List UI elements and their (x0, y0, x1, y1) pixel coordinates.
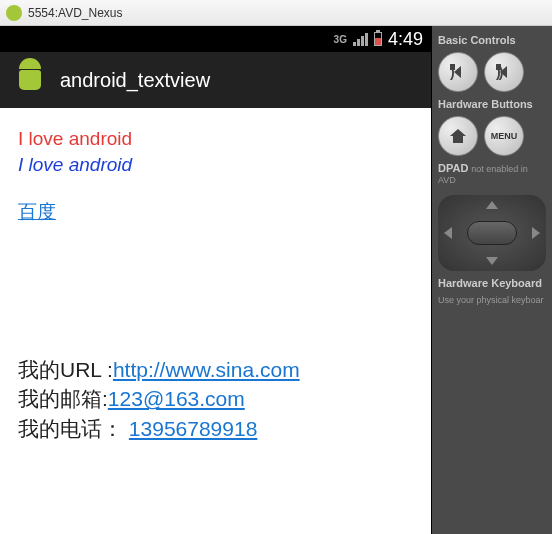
hardware-buttons-label: Hardware Buttons (438, 98, 546, 110)
volume-up-button[interactable] (484, 52, 524, 92)
status-bar: 3G 4:49 (0, 26, 431, 52)
app-bar: android_textview (0, 52, 431, 108)
android-logo-icon (6, 5, 22, 21)
phone-link[interactable]: 13956789918 (129, 417, 257, 440)
dpad-label: DPAD (438, 162, 468, 174)
hw-keyboard-label: Hardware Keyboard (438, 277, 546, 289)
email-row: 我的邮箱:123@163.com (18, 384, 413, 413)
dpad-right-button[interactable] (532, 227, 540, 239)
dpad-left-button[interactable] (444, 227, 452, 239)
basic-controls-label: Basic Controls (438, 34, 546, 46)
phone-row: 我的电话： 13956789918 (18, 414, 413, 443)
app-icon (12, 62, 48, 98)
dpad-center-button[interactable] (467, 221, 517, 245)
content-area: I love android I love android 百度 我的URL :… (0, 108, 431, 461)
network-icon: 3G (334, 34, 347, 45)
url-row: 我的URL :http://www.sina.com (18, 355, 413, 384)
volume-down-button[interactable] (438, 52, 478, 92)
main-area: 3G 4:49 android_textview I love android … (0, 26, 552, 534)
textview-blue-italic: I love android (18, 152, 413, 178)
side-panel: Basic Controls Hardware Buttons MENU DPA… (432, 26, 552, 534)
textview-red: I love android (18, 126, 413, 152)
battery-icon (374, 32, 382, 46)
home-button[interactable] (438, 116, 478, 156)
email-link[interactable]: 123@163.com (108, 387, 245, 410)
app-title: android_textview (60, 69, 210, 92)
url-label: 我的URL : (18, 358, 113, 381)
dpad-up-button[interactable] (486, 201, 498, 209)
email-label: 我的邮箱: (18, 387, 108, 410)
url-link[interactable]: http://www.sina.com (113, 358, 300, 381)
window-title: 5554:AVD_Nexus (28, 6, 123, 20)
baidu-link[interactable]: 百度 (18, 201, 56, 222)
menu-button[interactable]: MENU (484, 116, 524, 156)
dpad-down-button[interactable] (486, 257, 498, 265)
hw-keyboard-note: Use your physical keyboar (438, 295, 546, 305)
clock: 4:49 (388, 29, 423, 50)
window-titlebar: 5554:AVD_Nexus (0, 0, 552, 26)
phone-label: 我的电话： (18, 417, 123, 440)
dpad (438, 195, 546, 271)
emulator-screen: 3G 4:49 android_textview I love android … (0, 26, 432, 534)
signal-icon (353, 33, 368, 46)
